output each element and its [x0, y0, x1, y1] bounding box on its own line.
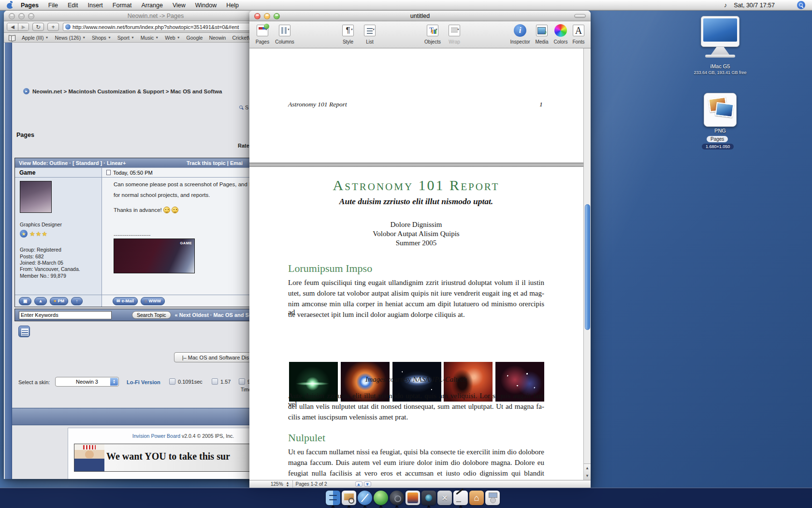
photo-booth-icon[interactable] — [421, 491, 436, 505]
running-header: Astronomy 101 Report — [288, 101, 544, 108]
menu-pages[interactable]: Pages — [16, 2, 44, 9]
bookmark-sport[interactable]: Sport▼ — [117, 35, 134, 41]
card-button[interactable]: ▣ — [19, 297, 31, 305]
bookmark-music[interactable]: Music▼ — [141, 35, 159, 41]
chevron-down-icon: ▼ — [45, 36, 49, 39]
zoom-icon[interactable] — [28, 13, 34, 19]
adium-icon[interactable] — [374, 491, 388, 505]
toolbar-columns-button[interactable]: ▼ Columns — [274, 24, 296, 45]
back-button[interactable]: ◀ — [7, 23, 18, 30]
menu-file[interactable]: File — [44, 2, 63, 9]
png-file-icon[interactable] — [704, 93, 737, 127]
minimize-icon[interactable] — [264, 13, 270, 19]
minimize-icon[interactable] — [18, 13, 25, 19]
menu-format[interactable]: Format — [108, 2, 137, 9]
pages-titlebar[interactable]: untitled — [249, 11, 591, 21]
menu-view[interactable]: View — [168, 2, 190, 9]
toolbar-style-button[interactable]: ¶▼ Style — [337, 24, 359, 45]
chevron-down-icon: ▼ — [131, 36, 134, 39]
home-icon[interactable] — [469, 491, 484, 505]
bookmark-google[interactable]: Google — [187, 35, 203, 41]
breadcrumb[interactable]: Neowin.net > Macintosh Customization & S… — [32, 89, 222, 94]
toolbar-toggle-pill[interactable] — [574, 14, 586, 18]
reply-button[interactable] — [18, 326, 30, 337]
reload-button[interactable]: ↻ — [32, 23, 44, 31]
menu-help[interactable]: Help — [221, 2, 244, 9]
smiley-icon — [163, 207, 170, 213]
previous-page-button[interactable]: ▲ — [355, 481, 362, 487]
apple-menu-icon[interactable] — [7, 1, 13, 9]
iphoto-icon[interactable] — [406, 491, 420, 505]
toolbar-inspector-button[interactable]: Inspector — [509, 24, 531, 45]
toolbar-list-button[interactable]: ▼ List — [359, 24, 381, 45]
track-topic-links[interactable]: Track this topic | Emai — [187, 160, 243, 166]
zoom-icon[interactable] — [274, 13, 280, 19]
running-indicator — [459, 505, 463, 508]
topic-search-hint[interactable]: S — [245, 105, 248, 110]
zoom-stepper-icon[interactable]: ▲▼ — [286, 481, 290, 487]
avatar — [20, 181, 52, 213]
document-canvas[interactable]: Astronomy 101 Report 1 Astronomy 101 Rep… — [249, 48, 583, 480]
next-page-button[interactable]: ▼ — [364, 481, 371, 487]
post-author[interactable]: Game — [15, 168, 102, 177]
scroll-down-icon[interactable]: ▼ — [585, 474, 589, 478]
menu-arrange[interactable]: Arrange — [136, 2, 167, 9]
forward-button[interactable]: ▶ — [18, 23, 29, 30]
menu-edit[interactable]: Edit — [63, 2, 83, 9]
email-button[interactable]: ✉e-Mail — [113, 297, 138, 305]
top-button[interactable]: ↑ — [71, 297, 83, 305]
safari-icon[interactable] — [358, 491, 372, 505]
bookmark-news[interactable]: News (126)▼ — [55, 35, 86, 41]
add-bookmark-button[interactable]: + — [47, 23, 59, 31]
png-file-label[interactable]: PNG — [689, 128, 752, 134]
finder-icon[interactable] — [326, 491, 340, 505]
menu-clock[interactable]: Sat, 30/7 17:57 — [734, 2, 775, 9]
bookmarks-book-icon[interactable] — [9, 35, 15, 40]
imac-g5-volume-icon[interactable] — [698, 16, 742, 62]
paragraph3-line1: Ut eu faccum nullamet nissi ea feugiat, … — [288, 448, 544, 456]
spotlight-icon[interactable] — [797, 1, 805, 9]
dock — [0, 488, 812, 508]
report-button[interactable]: ▲ — [34, 297, 47, 305]
dvd-player-icon[interactable] — [390, 491, 404, 505]
member-info-cell: Graphics Designer ★ ★★★ Group: Registere… — [15, 178, 102, 295]
forum-jump-menu[interactable]: |– Mac OS and Software Dis — [174, 352, 257, 362]
vertical-scrollbar[interactable]: ▲ ▼ — [583, 48, 591, 480]
scroll-up-icon[interactable]: ▲ — [585, 466, 589, 470]
bookmark-web[interactable]: Web▼ — [165, 35, 180, 41]
ink-icon[interactable] — [453, 491, 468, 505]
close-icon[interactable] — [9, 13, 15, 19]
scrollbar-thumb[interactable] — [585, 204, 590, 330]
menu-window[interactable]: Window — [190, 2, 221, 9]
volume-menu-icon[interactable]: ♪ — [724, 1, 727, 9]
pm-button[interactable]: ●PM — [50, 297, 68, 305]
toolbar-fonts-button[interactable]: Fonts — [567, 24, 590, 45]
toolbar-objects-button[interactable]: ▼ Objects — [421, 24, 444, 45]
bookmark-shops[interactable]: Shops▼ — [92, 35, 111, 41]
bookmark-apple[interactable]: Apple (III)▼ — [22, 35, 48, 41]
fonts-icon — [573, 25, 584, 36]
bookmark-neowin[interactable]: Neowin — [209, 35, 226, 41]
toolbar-pages-button[interactable]: ▼ Pages — [251, 24, 274, 45]
keyword-input[interactable] — [19, 311, 112, 319]
close-icon[interactable] — [254, 13, 261, 19]
lofi-link[interactable]: Lo-Fi Version — [127, 379, 160, 385]
skin-select[interactable]: Neowin 3 ▲▼ — [55, 377, 119, 387]
chevron-down-icon: ▼ — [155, 36, 159, 39]
chevron-down-icon: ▼ — [435, 28, 438, 31]
running-indicator — [395, 505, 399, 508]
ipod-icon[interactable] — [485, 491, 500, 505]
safari-window-controls[interactable] — [9, 13, 34, 19]
zoom-level[interactable]: 125% — [271, 481, 283, 487]
imac-volume-label[interactable]: iMac G5 — [689, 63, 752, 69]
search-topic-button[interactable]: Search Topic — [132, 311, 171, 319]
www-button[interactable]: ⌂WWW — [141, 297, 165, 305]
pages-window-controls[interactable] — [254, 13, 280, 19]
system-preferences-icon[interactable] — [437, 491, 452, 505]
rate-label[interactable]: Rate — [238, 143, 249, 149]
view-mode-links[interactable]: View Mode: Outline · [ Standard ] · Line… — [19, 160, 126, 166]
preview-icon[interactable] — [342, 491, 356, 505]
engine-link[interactable]: Invision Power Board — [132, 433, 180, 439]
load-icon — [212, 378, 218, 385]
menu-insert[interactable]: Insert — [83, 2, 108, 9]
